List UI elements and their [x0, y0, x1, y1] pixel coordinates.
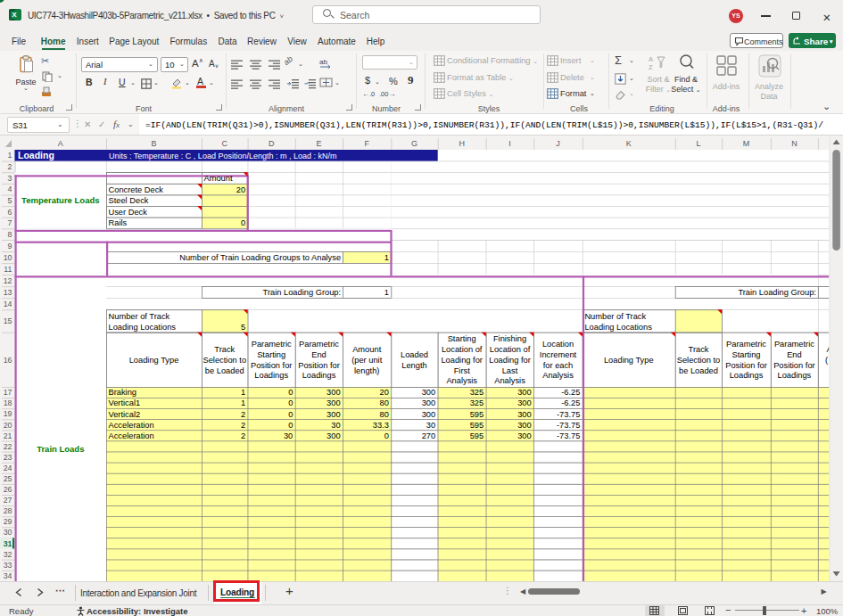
svg-text:32: 32	[4, 550, 12, 559]
svg-text:11: 11	[4, 265, 12, 274]
svg-text:Starting: Starting	[448, 334, 476, 343]
svg-text:300: 300	[422, 398, 436, 407]
svg-text:A: A	[58, 139, 63, 148]
svg-text:26: 26	[4, 485, 12, 494]
svg-text:C: C	[222, 139, 228, 148]
svg-text:Parametric: Parametric	[252, 340, 292, 349]
svg-text:Number of Train Loading Groups: Number of Train Loading Groups to Analys…	[179, 253, 341, 262]
svg-text:25: 25	[4, 474, 12, 483]
svg-text:20: 20	[380, 388, 389, 397]
svg-text:-73.75: -73.75	[557, 410, 580, 419]
svg-text:Loading for: Loading for	[441, 356, 483, 365]
svg-text:Starting: Starting	[257, 350, 285, 359]
svg-text:595: 595	[470, 421, 484, 430]
svg-text:User Deck: User Deck	[109, 208, 148, 217]
svg-text:10: 10	[4, 253, 12, 262]
svg-text:12: 12	[4, 276, 12, 285]
svg-text:Number of Track: Number of Track	[584, 312, 646, 321]
svg-text:Steel Deck: Steel Deck	[109, 196, 149, 205]
svg-text:9: 9	[8, 242, 12, 251]
svg-text:8: 8	[8, 230, 12, 239]
svg-text:1: 1	[384, 288, 389, 297]
svg-text:300: 300	[326, 388, 341, 397]
svg-text:1: 1	[241, 398, 245, 407]
svg-text:Parametric: Parametric	[726, 340, 766, 349]
svg-text:2: 2	[241, 421, 245, 430]
svg-text:I: I	[508, 139, 511, 148]
svg-text:be Loaded: be Loaded	[205, 366, 244, 375]
svg-text:Rails: Rails	[109, 218, 128, 227]
svg-text:30: 30	[331, 421, 340, 430]
svg-text:-6.25: -6.25	[561, 398, 580, 407]
svg-text:Loading Type: Loading Type	[604, 356, 654, 365]
svg-text:Amount: Amount	[204, 174, 233, 183]
svg-text:2: 2	[241, 410, 245, 419]
svg-text:300: 300	[422, 388, 436, 397]
svg-text:29: 29	[4, 517, 12, 526]
svg-text:19: 19	[4, 409, 12, 418]
svg-text:N: N	[791, 139, 798, 148]
svg-text:Track: Track	[214, 345, 235, 354]
svg-text:325: 325	[470, 388, 484, 397]
svg-text:Starting: Starting	[731, 350, 760, 359]
svg-text:16: 16	[4, 356, 12, 365]
svg-text:0: 0	[384, 431, 389, 440]
svg-text:595: 595	[470, 431, 484, 440]
svg-text:Loading Type: Loading Type	[129, 356, 179, 365]
svg-text:Amount: Amount	[352, 345, 381, 354]
svg-text:Train Loading Group:: Train Loading Group:	[263, 288, 342, 297]
svg-text:Length: Length	[401, 361, 426, 370]
svg-text:30: 30	[426, 421, 435, 430]
svg-text:2: 2	[8, 162, 12, 171]
svg-text:H: H	[459, 139, 465, 148]
svg-text:G: G	[411, 139, 417, 148]
svg-text:0: 0	[241, 218, 245, 227]
svg-text:Loadings: Loadings	[730, 371, 764, 380]
svg-text:Analysis: Analysis	[542, 371, 574, 380]
svg-text:Loadings: Loadings	[302, 371, 336, 380]
svg-text:Loading Locations: Loading Locations	[109, 323, 177, 332]
svg-text:L: L	[696, 139, 700, 148]
svg-text:1: 1	[8, 151, 12, 160]
svg-text:300: 300	[517, 398, 532, 407]
svg-text:Acceleration: Acceleration	[109, 421, 154, 430]
svg-text:5: 5	[241, 323, 245, 332]
svg-text:Increment: Increment	[540, 350, 577, 359]
svg-text:27: 27	[4, 496, 12, 505]
svg-text:30: 30	[284, 431, 293, 440]
svg-text:Vertical2: Vertical2	[109, 410, 141, 419]
svg-text:Parametric: Parametric	[774, 340, 814, 349]
svg-text:22: 22	[4, 442, 12, 451]
svg-text:28: 28	[4, 506, 12, 515]
svg-text:End: End	[787, 350, 802, 359]
svg-text:Position for: Position for	[298, 361, 340, 370]
svg-text:595: 595	[470, 410, 484, 419]
svg-text:5: 5	[8, 196, 12, 205]
svg-text:Location: Location	[542, 340, 574, 349]
svg-text:300: 300	[517, 410, 532, 419]
svg-text:31: 31	[4, 539, 12, 548]
svg-text:-6.25: -6.25	[561, 388, 580, 397]
svg-text:First: First	[454, 366, 470, 375]
svg-text:Loadings: Loadings	[254, 371, 288, 380]
svg-text:for each: for each	[543, 361, 574, 370]
svg-text:34: 34	[4, 571, 12, 580]
svg-text:Location of: Location of	[490, 345, 531, 354]
svg-text:0: 0	[288, 421, 293, 430]
svg-text:33.3: 33.3	[373, 421, 389, 430]
svg-text:Units : Temperature : C , Load: Units : Temperature : C , Load Position/…	[109, 152, 336, 160]
svg-text:A: A	[649, 55, 653, 63]
svg-text:length): length)	[354, 366, 379, 375]
svg-text:M: M	[743, 139, 750, 148]
svg-text:Finishing: Finishing	[493, 334, 526, 343]
svg-text:Braking: Braking	[109, 388, 137, 397]
svg-text:E: E	[316, 139, 321, 148]
svg-text:4: 4	[8, 185, 12, 193]
svg-text:Location of: Location of	[442, 345, 483, 354]
svg-text:33: 33	[4, 561, 12, 570]
svg-text:D: D	[269, 139, 275, 148]
svg-text:Temperature Loads: Temperature Loads	[21, 195, 99, 205]
svg-text:13: 13	[4, 288, 12, 297]
svg-text:Position for: Position for	[725, 361, 767, 370]
svg-text:3: 3	[8, 174, 12, 183]
